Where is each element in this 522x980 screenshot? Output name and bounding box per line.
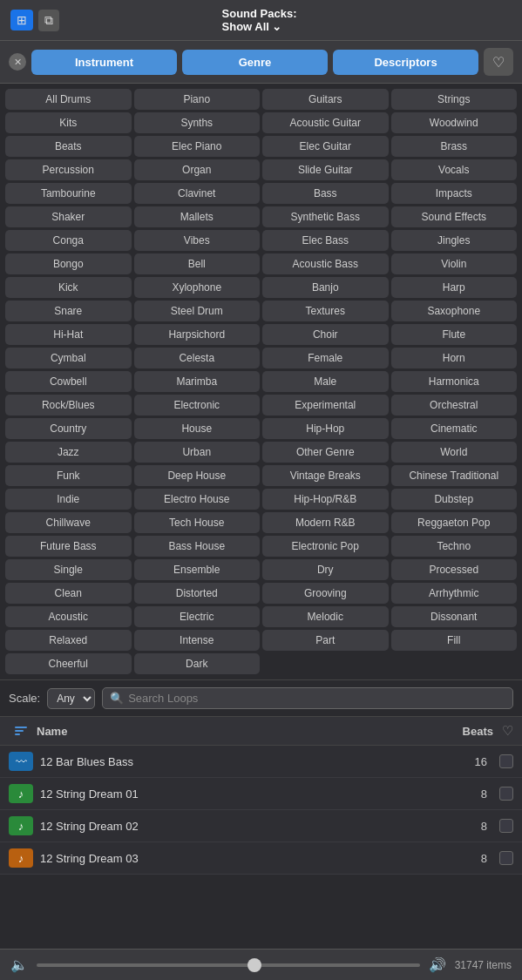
filter-tag[interactable]: Techno — [391, 536, 518, 557]
filter-tag[interactable]: Mallets — [134, 206, 261, 227]
list-item[interactable]: ♪ 12 String Dream 02 8 — [0, 810, 522, 842]
filter-tag[interactable]: Rock/Blues — [5, 395, 132, 416]
filter-tag[interactable]: Banjo — [262, 277, 389, 298]
filter-tag[interactable]: Violin — [391, 253, 518, 274]
filter-tag[interactable]: Acoustic Guitar — [262, 112, 389, 133]
grid-view-button[interactable]: ⊞ — [10, 10, 33, 30]
filter-tag[interactable]: Elec Piano — [134, 136, 261, 157]
filter-tag[interactable]: Xylophone — [134, 277, 261, 298]
filter-tag[interactable]: Electric — [134, 606, 261, 627]
filter-tag[interactable]: Jazz — [5, 442, 132, 463]
list-item[interactable]: ♪ 12 String Dream 03 8 — [0, 842, 522, 875]
filter-tag[interactable]: Kick — [5, 277, 132, 298]
filter-tag[interactable]: Acoustic — [5, 606, 132, 627]
filter-tag[interactable]: Bass — [262, 183, 389, 204]
columns-view-button[interactable]: ⧉ — [38, 10, 59, 31]
filter-tag[interactable]: Funk — [5, 465, 132, 486]
filter-tag[interactable]: Arrhythmic — [391, 583, 518, 604]
filter-tag[interactable]: Electronic Pop — [262, 536, 389, 557]
filter-tag[interactable]: Saxophone — [391, 301, 518, 321]
filter-tag[interactable]: Choir — [262, 324, 389, 345]
filter-tag[interactable]: Slide Guitar — [262, 159, 389, 180]
filter-tag[interactable]: Percussion — [5, 159, 132, 180]
filter-tag[interactable]: Clean — [5, 583, 132, 604]
filter-tag[interactable]: Cymbal — [5, 348, 132, 368]
filter-tag[interactable]: Clavinet — [134, 183, 261, 204]
filter-tag[interactable]: Indie — [5, 489, 132, 510]
filter-tag[interactable]: Horn — [391, 348, 518, 368]
filter-tag[interactable]: Tambourine — [5, 183, 132, 204]
filter-tag[interactable]: Reggaeton Pop — [391, 512, 518, 533]
search-input[interactable] — [128, 692, 505, 705]
favorites-button[interactable]: ♡ — [484, 48, 513, 76]
filter-tag[interactable]: Elec Bass — [262, 230, 389, 251]
filter-tag[interactable]: Ensemble — [134, 559, 261, 580]
filter-tag[interactable]: World — [391, 442, 518, 463]
list-item[interactable]: 〰 12 Bar Blues Bass 16 — [0, 746, 522, 778]
filter-tag[interactable]: Cheerful — [5, 653, 132, 674]
filter-tag[interactable]: Chinese Traditional — [391, 465, 518, 486]
filter-tag[interactable]: Organ — [134, 159, 261, 180]
filter-tag[interactable]: Male — [262, 371, 389, 392]
filter-tag[interactable]: Strings — [391, 89, 518, 110]
scale-select[interactable]: Any — [47, 688, 95, 709]
filter-tag[interactable]: Experimental — [262, 395, 389, 416]
speaker-button[interactable]: 🔈 — [10, 956, 28, 973]
filter-tag[interactable]: Grooving — [262, 583, 389, 604]
filter-tag[interactable]: Electro House — [134, 489, 261, 510]
speaker-high-button[interactable]: 🔊 — [429, 956, 446, 973]
filter-tag[interactable]: Dissonant — [391, 606, 518, 627]
filter-tag[interactable]: Part — [262, 630, 389, 651]
filter-tag[interactable]: Jingles — [391, 230, 518, 251]
show-all-button[interactable]: Show All ⌄ — [222, 20, 281, 33]
filter-tag[interactable]: Dark — [134, 653, 261, 674]
filter-tag[interactable]: Vibes — [134, 230, 261, 251]
filter-tag[interactable]: Harpsichord — [134, 324, 261, 345]
filter-tag[interactable]: Beats — [5, 136, 132, 157]
filter-tag[interactable]: Vintage Breaks — [262, 465, 389, 486]
filter-tag[interactable]: Synthetic Bass — [262, 206, 389, 227]
filter-tag[interactable]: Flute — [391, 324, 518, 345]
filter-tag[interactable]: Dry — [262, 559, 389, 580]
filter-tag[interactable]: Single — [5, 559, 132, 580]
filter-tag[interactable]: Piano — [134, 89, 261, 110]
filter-tag[interactable]: Shaker — [5, 206, 132, 227]
tab-descriptors[interactable]: Descriptors — [333, 50, 478, 75]
filter-tag[interactable]: Electronic — [134, 395, 261, 416]
filter-tag[interactable]: Synths — [134, 112, 261, 133]
volume-slider[interactable] — [37, 963, 420, 967]
row-favorite-checkbox[interactable] — [499, 819, 513, 833]
list-sort-icon[interactable] — [9, 724, 33, 738]
tab-instrument[interactable]: Instrument — [31, 50, 177, 75]
filter-tag[interactable]: Kits — [5, 112, 132, 133]
filter-tag[interactable]: Conga — [5, 230, 132, 251]
filter-tag[interactable]: Modern R&B — [262, 512, 389, 533]
filter-tag[interactable]: Bass House — [134, 536, 261, 557]
row-favorite-checkbox[interactable] — [499, 754, 513, 768]
filter-tag[interactable]: Marimba — [134, 371, 261, 392]
filter-tag[interactable]: Bongo — [5, 253, 132, 274]
filter-tag[interactable]: Other Genre — [262, 442, 389, 463]
filter-tag[interactable]: Melodic — [262, 606, 389, 627]
filter-tag[interactable]: Orchestral — [391, 395, 518, 416]
filter-tag[interactable]: Textures — [262, 301, 389, 321]
close-button[interactable]: ✕ — [9, 53, 26, 71]
filter-tag[interactable]: Brass — [391, 136, 518, 157]
filter-tag[interactable]: Bell — [134, 253, 261, 274]
filter-tag[interactable]: Snare — [5, 301, 132, 321]
filter-tag[interactable]: Elec Guitar — [262, 136, 389, 157]
filter-tag[interactable]: Fill — [391, 630, 518, 651]
tab-genre[interactable]: Genre — [182, 50, 328, 75]
filter-tag[interactable]: Country — [5, 418, 132, 439]
list-item[interactable]: ♪ 12 String Dream 01 8 — [0, 778, 522, 810]
filter-tag[interactable]: Future Bass — [5, 536, 132, 557]
filter-tag[interactable]: Distorted — [134, 583, 261, 604]
filter-tag[interactable]: Celesta — [134, 348, 261, 368]
volume-thumb[interactable] — [247, 958, 261, 972]
filter-tag[interactable]: Guitars — [262, 89, 389, 110]
filter-tag[interactable]: Intense — [134, 630, 261, 651]
filter-tag[interactable]: Deep House — [134, 465, 261, 486]
filter-tag[interactable]: Impacts — [391, 183, 518, 204]
row-favorite-checkbox[interactable] — [499, 851, 513, 865]
filter-tag[interactable]: Cinematic — [391, 418, 518, 439]
